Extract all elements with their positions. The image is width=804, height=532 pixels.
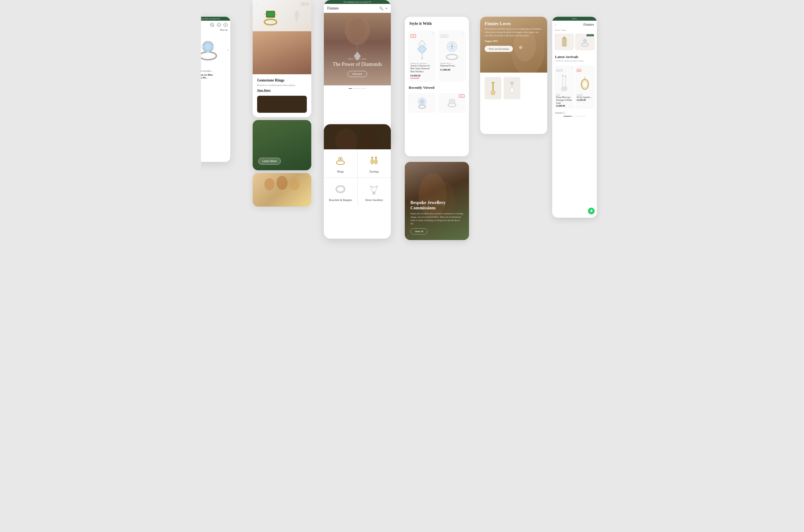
- scroll-thumb[interactable]: [563, 116, 572, 117]
- hero-overlay: SS21 Style Edit The Power of Diamonds Di…: [324, 13, 391, 86]
- exclusive-item-2-svg: [580, 36, 590, 48]
- la-item-fope[interactable]: New In ♡ Fope Prima Mia Luce Ear: [554, 65, 574, 109]
- dot-6[interactable]: [364, 88, 366, 89]
- gemstone-card-text: Gemstone Rings Rutrum et condimentum tel…: [253, 74, 311, 96]
- latest-arrivals-row: New In ♡ Fope Prima Mia Luce Ear: [552, 64, 597, 110]
- chanel-price: £3,305.00: [577, 99, 593, 101]
- bespoke-desc: Finnies the Jewellers have extensive exp…: [410, 212, 463, 226]
- whatsapp-button[interactable]: [588, 208, 595, 214]
- dot-2[interactable]: [353, 88, 355, 89]
- back-icon-right[interactable]: ‹: [555, 23, 556, 27]
- recently-item-2[interactable]: Sale: [438, 93, 466, 113]
- hero-search-icon[interactable]: 🔍: [379, 6, 383, 11]
- shop-rings-link[interactable]: Shop Rings: [257, 89, 307, 92]
- category-bracelets[interactable]: Bracelets & Bangles: [324, 178, 357, 206]
- discover-button[interactable]: Discover: [348, 71, 367, 77]
- svg-point-16: [273, 42, 290, 68]
- categories-header-image: [324, 124, 391, 149]
- svg-point-44: [421, 57, 423, 59]
- heart-necklace[interactable]: ♡: [432, 32, 434, 35]
- rings-icon: [333, 154, 348, 168]
- search-icon-left[interactable]: 🔍: [210, 23, 214, 27]
- dot-3[interactable]: [356, 88, 358, 89]
- dark-promo-image: [257, 96, 307, 113]
- necklace-image: [410, 39, 434, 61]
- svg-point-69: [511, 88, 513, 92]
- earring-thumb-2: [504, 77, 520, 99]
- svg-point-50: [453, 45, 455, 46]
- svg-point-19: [289, 178, 300, 190]
- category-earrings[interactable]: Earrings: [358, 149, 391, 177]
- hero-menu-icon[interactable]: ≡: [385, 6, 387, 11]
- hand-silhouette: [253, 31, 311, 74]
- card-style-it: Style it With Sale ♡: [405, 17, 469, 156]
- heart-gemstone[interactable]: ♡: [255, 2, 257, 5]
- svg-rect-24: [324, 124, 391, 149]
- heart-icon-left[interactable]: ♡: [201, 79, 230, 86]
- finnies-loves-date: August 2021: [485, 40, 543, 42]
- hero-image: SS21 Style Edit The Power of Diamonds Di…: [324, 13, 391, 86]
- svg-point-41: [422, 52, 423, 53]
- svg-point-73: [581, 43, 588, 46]
- right-nav: ‹ Finnies: [552, 21, 597, 28]
- hero-subtitle: SS21 Style Edit: [348, 58, 366, 60]
- svg-point-5: [202, 46, 203, 48]
- svg-point-77: [562, 75, 563, 76]
- dot-5[interactable]: [362, 88, 363, 89]
- svg-point-4: [205, 44, 211, 50]
- category-rings[interactable]: Rings: [324, 149, 357, 177]
- hero-shipping-bar: Free shipping when you spend £70: [324, 0, 391, 4]
- fope-brand: Fope: [556, 94, 572, 96]
- recent-item-1-image: [417, 96, 428, 110]
- la-item-chanel[interactable]: Sale Chanel Fil de Camelia... £3,305.00: [575, 65, 595, 109]
- hero-logo: Finnies: [327, 6, 339, 11]
- sale-badge-recent: Sale: [459, 94, 464, 98]
- heart-exclusive-1[interactable]: ♡: [555, 34, 557, 37]
- scroll-track: [563, 116, 586, 117]
- right-breadcrumb: Home • Rings: [552, 28, 597, 32]
- category-silver[interactable]: Silver Jewellery: [358, 178, 391, 206]
- svg-point-8: [207, 51, 209, 53]
- sale-badge-chanel: Sale: [577, 69, 581, 72]
- heart-exclusive-2[interactable]: ♡: [576, 34, 578, 37]
- chevron-right-icon[interactable]: ›: [227, 48, 229, 52]
- dot-4[interactable]: [359, 88, 360, 89]
- svg-point-75: [583, 39, 587, 43]
- svg-point-18: [276, 176, 288, 190]
- view-all-button[interactable]: View All: [410, 228, 427, 234]
- exclusive-thumb-2[interactable]: Exclusive ♡: [575, 34, 595, 50]
- exclusive-thumb-1[interactable]: ♡: [554, 34, 574, 50]
- svg-point-80: [565, 75, 567, 77]
- bag-icon-left[interactable]: □: [217, 23, 221, 27]
- heart-ring-style[interactable]: ♡: [461, 32, 464, 35]
- right-logo: Finnies: [583, 22, 594, 27]
- card-people-image: [253, 173, 311, 207]
- sale-badge-necklace: Sale: [410, 34, 416, 38]
- dot-1[interactable]: [349, 88, 352, 89]
- product-ring-style[interactable]: New In ♡: [438, 31, 466, 81]
- svg-point-54: [420, 99, 425, 104]
- emerald-ring-svg: [262, 6, 279, 25]
- view-favourites-button[interactable]: View our Favourites: [485, 46, 513, 52]
- heart-recent-1[interactable]: ♡: [409, 94, 411, 97]
- rings-label: Rings: [337, 170, 344, 173]
- svg-rect-11: [267, 12, 274, 17]
- heart-fope[interactable]: ♡: [571, 67, 573, 70]
- product-name-left: Collection 2ct Blue and Halo Ri...: [201, 73, 230, 79]
- svg-rect-63: [492, 82, 494, 83]
- card-finnies-loves: Finnies Loves We craft our own beloved p…: [480, 17, 547, 134]
- ring-style-brand: Finnies the Je...: [440, 62, 463, 64]
- fope-price: £4,000.00: [556, 104, 572, 107]
- menu-icon-left[interactable]: ≡: [224, 23, 228, 27]
- learn-more-button[interactable]: Learn More: [258, 158, 281, 165]
- fope-earring-svg: [559, 75, 569, 91]
- gemstone-top-image: ♡ New In: [253, 0, 311, 31]
- recently-item-1[interactable]: ♡: [408, 93, 436, 113]
- svg-rect-71: [563, 37, 566, 39]
- new-badge-ring-style: New In: [440, 34, 448, 38]
- svg-point-32: [371, 159, 374, 164]
- svg-point-51: [449, 47, 451, 49]
- carousel-dots: [324, 86, 391, 92]
- product-necklace[interactable]: Sale ♡: [408, 31, 436, 81]
- new-badge-fope: New In: [556, 69, 563, 72]
